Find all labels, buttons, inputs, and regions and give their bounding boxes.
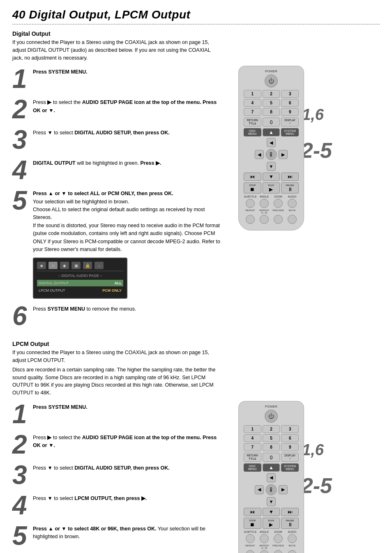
b-arrow-left-btn[interactable]: ◀ bbox=[255, 485, 264, 494]
zoom-btn[interactable] bbox=[274, 199, 283, 208]
btn-6[interactable]: 6 bbox=[281, 99, 299, 107]
b-btn-1[interactable]: 1 bbox=[244, 425, 261, 433]
b-stop-btn[interactable]: STOP⏹ bbox=[244, 518, 261, 529]
ok-btn[interactable]: OK bbox=[266, 149, 277, 160]
b-repeat-btn[interactable] bbox=[246, 550, 255, 553]
b-subtitle-btn[interactable] bbox=[246, 534, 255, 543]
btn-7[interactable]: 7 bbox=[244, 108, 261, 116]
system-menu-btn[interactable]: SYSTEMMENU bbox=[281, 128, 299, 136]
b-up-btn[interactable]: ▲ bbox=[263, 463, 280, 472]
lpcm-step-5: 5 Press ▲ or ▼ to select 48K or 96K, the… bbox=[12, 523, 222, 549]
b-zoom-btn[interactable] bbox=[274, 534, 283, 543]
b-btn-6[interactable]: 6 bbox=[281, 434, 299, 442]
arrow-left-btn[interactable]: ◀ bbox=[255, 150, 264, 159]
b-btn-3[interactable]: 3 bbox=[281, 425, 299, 433]
b-preview-label: PREVIEW bbox=[272, 544, 285, 549]
b-pause-btn[interactable]: PAUSE⏸ bbox=[281, 518, 299, 529]
angle-btn[interactable] bbox=[260, 199, 269, 208]
b-arrow-down-btn[interactable]: ▼ bbox=[267, 497, 276, 506]
b-arrow-up-btn[interactable]: ◀ bbox=[267, 473, 276, 482]
arrow-down-btn[interactable]: ▼ bbox=[267, 162, 276, 171]
b-play-btn[interactable]: PLAY▶ bbox=[263, 518, 280, 529]
step-2-number: 2 bbox=[12, 96, 33, 122]
repeat-ab-label: REPEATA↔B bbox=[258, 209, 271, 214]
b-skip-back-btn[interactable]: ⏮ bbox=[244, 508, 261, 516]
down-btn[interactable]: ▼ bbox=[263, 173, 280, 181]
arrow-up-btn[interactable]: ◀ bbox=[267, 138, 276, 147]
b-btn-2[interactable]: 2 bbox=[263, 425, 280, 433]
b-arrow-right-btn[interactable]: ▶ bbox=[279, 485, 288, 494]
repeat-btn[interactable] bbox=[246, 215, 255, 224]
lpcm-layout: 1 Press SYSTEM MENU. 2 Press ▶ to select… bbox=[12, 401, 380, 553]
b-btn-4[interactable]: 4 bbox=[244, 434, 261, 442]
skip-fwd-btn[interactable]: ⏭ bbox=[281, 173, 299, 181]
remote-column-top: 1,6 2-5 POWER ⏻ 1 2 3 bbox=[230, 66, 312, 230]
disc-menu-btn[interactable]: DISCMENU bbox=[244, 128, 261, 136]
b-btn-5[interactable]: 5 bbox=[263, 434, 280, 442]
b-btn-9[interactable]: 9 bbox=[281, 443, 299, 451]
b-down-btn[interactable]: ▼ bbox=[263, 508, 280, 516]
b-zero-btn[interactable]: 0 bbox=[263, 453, 280, 462]
step-6-text: Press SYSTEM MENU to remove the menus. bbox=[33, 303, 222, 313]
b-angle-btn[interactable] bbox=[260, 534, 269, 543]
b-repeat-label: REPEAT bbox=[244, 544, 257, 549]
play-btn[interactable]: PLAY▶ bbox=[263, 182, 280, 194]
b-power-area: POWER ⏻ bbox=[242, 405, 300, 423]
b-preview-btn[interactable] bbox=[274, 550, 283, 553]
lpcm-step-3-num: 3 bbox=[12, 462, 33, 488]
b-display-btn[interactable]: DISPLAY○ bbox=[281, 453, 299, 462]
b-power-button[interactable]: ⏻ bbox=[265, 410, 278, 423]
mute-btn[interactable] bbox=[288, 215, 297, 224]
b-mute-btn[interactable] bbox=[288, 550, 297, 553]
b-btn-7[interactable]: 7 bbox=[244, 443, 261, 451]
preview-btn[interactable] bbox=[274, 215, 283, 224]
b-return-btn[interactable]: RETURNTTL£ bbox=[244, 453, 261, 462]
skip-row: ⏮ ▼ ⏭ bbox=[244, 173, 299, 181]
stop-btn[interactable]: STOP⏹ bbox=[244, 182, 261, 194]
menu-icons-row: ■ ☺ ◆ ▣ 🔒 → bbox=[37, 262, 123, 271]
btn-2[interactable]: 2 bbox=[263, 90, 280, 98]
b-btn-8[interactable]: 8 bbox=[263, 443, 280, 451]
up-btn[interactable]: ▲ bbox=[263, 128, 280, 136]
lpcm-intro-2: Discs are recorded in a certain sampling… bbox=[12, 366, 222, 397]
arrow-cross: ◀ OK ◀ ▶ ▼ bbox=[255, 138, 288, 171]
b-disc-menu-btn[interactable]: DISCMENU bbox=[244, 463, 261, 472]
return-btn[interactable]: RETURNTTL£ bbox=[244, 118, 261, 127]
b-skip-fwd-btn[interactable]: ⏭ bbox=[281, 508, 299, 516]
subtitle-btn[interactable] bbox=[246, 199, 255, 208]
power-button[interactable]: ⏻ bbox=[265, 74, 278, 88]
b-system-menu-btn[interactable]: SYSTEMMENU bbox=[281, 463, 299, 472]
repeat-ab-btn[interactable] bbox=[260, 215, 269, 224]
b-repeat-ab-btn[interactable] bbox=[260, 550, 269, 553]
btn-8[interactable]: 8 bbox=[263, 108, 280, 116]
btn-9[interactable]: 9 bbox=[281, 108, 299, 116]
btn-1[interactable]: 1 bbox=[244, 90, 261, 98]
btn-5[interactable]: 5 bbox=[263, 99, 280, 107]
menu-screenshot: ■ ☺ ◆ ▣ 🔒 → -- DIGITAL AUDIO PAGE -- DIG… bbox=[33, 258, 127, 299]
arrow-right-btn[interactable]: ▶ bbox=[279, 150, 288, 159]
digital-output-title: Digital Output bbox=[12, 30, 380, 37]
transport-row: STOP⏹ PLAY▶ PAUSE⏸ bbox=[244, 182, 299, 194]
b-audio-label: AUDIO bbox=[286, 530, 299, 533]
b-transport-row: STOP⏹ PLAY▶ PAUSE⏸ bbox=[244, 518, 299, 529]
lpcm-step-3-text: Press ▼ to select DIGITAL AUDIO SETUP, t… bbox=[33, 462, 222, 472]
digital-output-layout: 1 Press SYSTEM MENU. 2 Press ▶ to select… bbox=[12, 66, 380, 333]
menu-row-value-1: ALL bbox=[115, 281, 122, 285]
zero-btn[interactable]: 0 bbox=[263, 118, 280, 127]
remote-bottom: POWER ⏻ 1 2 3 4 5 6 7 8 9 bbox=[238, 401, 304, 553]
pause-btn[interactable]: PAUSE⏸ bbox=[281, 182, 299, 194]
b-ok-btn[interactable]: OK bbox=[266, 484, 277, 495]
circle-row-1 bbox=[244, 199, 299, 208]
btn-4[interactable]: 4 bbox=[244, 99, 261, 107]
lpcm-step-1-num: 1 bbox=[12, 401, 33, 427]
b-audio-btn[interactable] bbox=[288, 534, 297, 543]
badge-25-top: 2-5 bbox=[301, 140, 332, 161]
preview-label: PREVIEW bbox=[272, 209, 285, 214]
audio-btn[interactable] bbox=[288, 199, 297, 208]
power-area: POWER ⏻ bbox=[242, 69, 300, 88]
lpcm-step-3: 3 Press ▼ to select DIGITAL AUDIO SETUP,… bbox=[12, 462, 222, 488]
btn-3[interactable]: 3 bbox=[281, 90, 299, 98]
menu-row-label-2: LPCM OUTPUT bbox=[39, 288, 65, 293]
display-btn[interactable]: DISPLAY○ bbox=[281, 118, 299, 127]
skip-back-btn[interactable]: ⏮ bbox=[244, 173, 261, 181]
